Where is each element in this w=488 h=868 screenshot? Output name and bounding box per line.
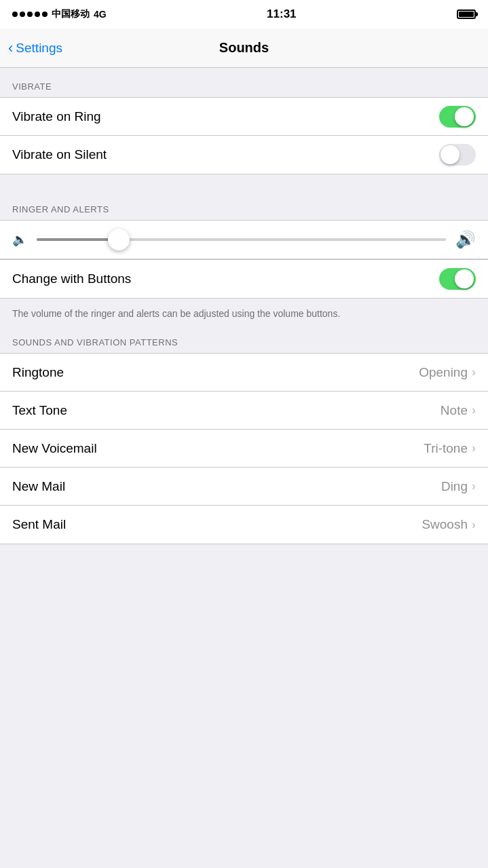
new-mail-value: Ding [441, 479, 468, 494]
status-bar: 中国移动 4G 11:31 [0, 0, 488, 29]
sent-mail-row[interactable]: Sent Mail Swoosh › [0, 506, 488, 544]
text-tone-row[interactable]: Text Tone Note › [0, 392, 488, 430]
vibrate-on-silent-row[interactable]: Vibrate on Silent [0, 136, 488, 174]
signal-dots [12, 12, 48, 17]
back-label: Settings [16, 41, 62, 56]
vibrate-section-header: VIBRATE [0, 68, 488, 97]
ringtone-label: Ringtone [12, 365, 64, 380]
new-mail-chevron-icon: › [472, 479, 476, 493]
sounds-patterns-group: Ringtone Opening › Text Tone Note › New … [0, 353, 488, 544]
vibrate-on-ring-label: Vibrate on Ring [12, 109, 101, 124]
text-tone-chevron-icon: › [472, 403, 476, 417]
dot1 [12, 12, 18, 17]
text-tone-value: Note [440, 403, 468, 418]
new-voicemail-value: Tri-tone [424, 441, 468, 456]
change-with-buttons-toggle[interactable] [439, 268, 476, 290]
spacer-bottom [0, 544, 488, 569]
ringtone-right: Opening › [419, 365, 476, 380]
sounds-patterns-section-header: SOUNDS AND VIBRATION PATTERNS [0, 332, 488, 353]
sent-mail-value: Swoosh [421, 517, 468, 532]
vibrate-on-silent-toggle[interactable] [439, 144, 476, 166]
vibrate-on-silent-thumb [440, 145, 459, 164]
new-mail-right: Ding › [441, 479, 476, 494]
sent-mail-right: Swoosh › [421, 517, 476, 532]
page-title: Sounds [219, 40, 269, 56]
back-button[interactable]: ‹ Settings [8, 41, 62, 56]
volume-high-icon: 🔊 [455, 230, 476, 249]
spacer1 [0, 174, 488, 199]
change-with-buttons-thumb [455, 269, 474, 288]
change-with-buttons-row[interactable]: Change with Buttons [0, 260, 488, 298]
text-tone-label: Text Tone [12, 403, 67, 418]
new-mail-label: New Mail [12, 479, 65, 494]
new-voicemail-chevron-icon: › [472, 441, 476, 455]
volume-low-icon: 🔈 [12, 232, 27, 247]
dot5 [42, 12, 48, 17]
status-left: 中国移动 4G [12, 8, 107, 20]
new-mail-row[interactable]: New Mail Ding › [0, 468, 488, 506]
text-tone-right: Note › [440, 403, 476, 418]
ringtone-chevron-icon: › [472, 365, 476, 379]
back-chevron-icon: ‹ [8, 41, 13, 56]
volume-slider-thumb[interactable] [108, 229, 130, 250]
ringtone-row[interactable]: Ringtone Opening › [0, 354, 488, 392]
ringer-alerts-section-header: RINGER AND ALERTS [0, 199, 488, 220]
volume-slider-row[interactable]: 🔈 🔊 [0, 220, 488, 259]
status-right [457, 10, 476, 19]
status-time: 11:31 [267, 7, 296, 21]
battery-fill [459, 12, 474, 17]
vibrate-on-ring-row[interactable]: Vibrate on Ring [0, 98, 488, 136]
battery-icon [457, 10, 476, 19]
volume-slider-fill [37, 238, 119, 241]
sent-mail-chevron-icon: › [472, 518, 476, 532]
dot3 [27, 12, 33, 17]
change-with-buttons-label: Change with Buttons [12, 271, 131, 286]
change-buttons-group: Change with Buttons [0, 259, 488, 299]
vibrate-on-silent-label: Vibrate on Silent [12, 147, 107, 162]
dot4 [35, 12, 40, 17]
ringer-description: The volume of the ringer and alerts can … [0, 299, 488, 332]
ringtone-value: Opening [419, 365, 468, 380]
carrier-label: 中国移动 [52, 8, 90, 20]
volume-slider-track[interactable] [37, 238, 446, 241]
vibrate-on-ring-toggle[interactable] [439, 106, 476, 128]
new-voicemail-right: Tri-tone › [424, 441, 476, 456]
vibrate-group: Vibrate on Ring Vibrate on Silent [0, 97, 488, 174]
network-label: 4G [94, 9, 107, 20]
sent-mail-label: Sent Mail [12, 517, 66, 532]
dot2 [20, 12, 25, 17]
new-voicemail-row[interactable]: New Voicemail Tri-tone › [0, 430, 488, 468]
new-voicemail-label: New Voicemail [12, 441, 97, 456]
nav-bar: ‹ Settings Sounds [0, 29, 488, 68]
vibrate-on-ring-thumb [455, 107, 474, 126]
